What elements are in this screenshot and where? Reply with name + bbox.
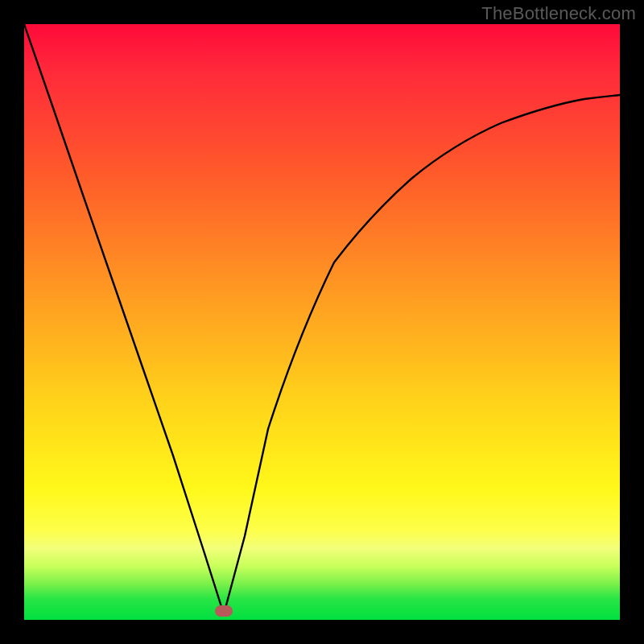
watermark-text: TheBottleneck.com: [481, 3, 636, 24]
chart-frame: TheBottleneck.com: [0, 0, 644, 644]
bottleneck-curve: [24, 24, 620, 620]
optimal-point-marker: [215, 605, 233, 617]
plot-area: [24, 24, 620, 620]
